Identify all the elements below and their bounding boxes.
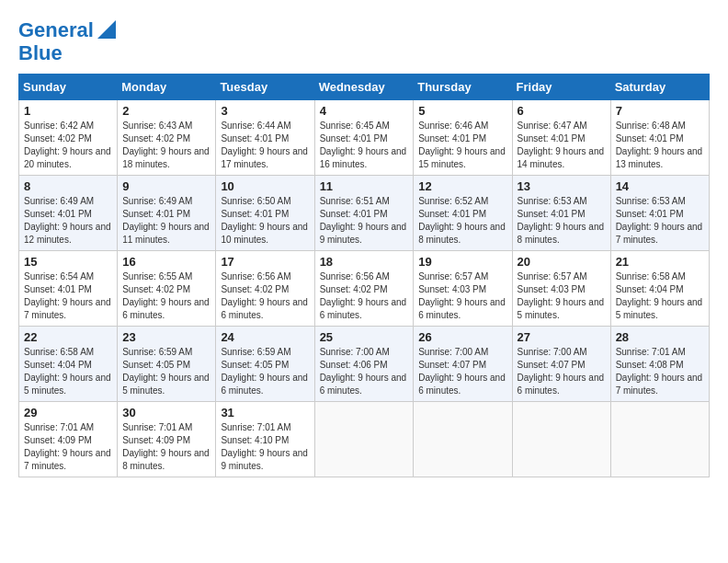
- day-number: 5: [418, 104, 506, 118]
- logo-icon: [97, 20, 116, 39]
- day-info: Sunrise: 7:00 AMSunset: 4:07 PMDaylight:…: [518, 346, 606, 397]
- calendar-day: 12Sunrise: 6:52 AMSunset: 4:01 PMDayligh…: [414, 176, 512, 251]
- calendar-day: 29Sunrise: 7:01 AMSunset: 4:09 PMDayligh…: [19, 402, 118, 477]
- calendar-day: 24Sunrise: 6:59 AMSunset: 4:05 PMDayligh…: [216, 327, 314, 402]
- day-number: 8: [24, 179, 112, 193]
- day-info: Sunrise: 6:50 AMSunset: 4:01 PMDaylight:…: [221, 195, 309, 247]
- calendar-day: 21Sunrise: 6:58 AMSunset: 4:04 PMDayligh…: [610, 251, 709, 327]
- day-number: 25: [320, 330, 409, 344]
- calendar-day: 6Sunrise: 6:47 AMSunset: 4:01 PMDaylight…: [512, 100, 610, 176]
- day-number: 29: [24, 406, 112, 419]
- empty-cell: [314, 402, 414, 477]
- calendar-day: 2Sunrise: 6:43 AMSunset: 4:02 PMDaylight…: [118, 100, 216, 176]
- calendar: SundayMondayTuesdayWednesdayThursdayFrid…: [18, 74, 710, 477]
- day-info: Sunrise: 6:52 AMSunset: 4:01 PMDaylight:…: [418, 195, 506, 247]
- day-number: 20: [518, 255, 606, 269]
- day-info: Sunrise: 6:59 AMSunset: 4:05 PMDaylight:…: [122, 346, 210, 397]
- calendar-day: 27Sunrise: 7:00 AMSunset: 4:07 PMDayligh…: [512, 327, 610, 402]
- day-info: Sunrise: 6:42 AMSunset: 4:02 PMDaylight:…: [24, 120, 112, 171]
- day-info: Sunrise: 6:45 AMSunset: 4:01 PMDaylight:…: [320, 120, 409, 171]
- day-number: 13: [518, 179, 606, 193]
- day-number: 14: [616, 179, 704, 193]
- day-info: Sunrise: 6:48 AMSunset: 4:01 PMDaylight:…: [616, 120, 704, 171]
- day-info: Sunrise: 6:49 AMSunset: 4:01 PMDaylight:…: [122, 195, 210, 247]
- day-number: 15: [24, 255, 112, 269]
- day-number: 30: [122, 406, 210, 419]
- page-header: General Blue: [18, 18, 710, 64]
- calendar-day: 18Sunrise: 6:56 AMSunset: 4:02 PMDayligh…: [314, 251, 414, 327]
- day-header: Thursday: [414, 75, 512, 100]
- calendar-day: 9Sunrise: 6:49 AMSunset: 4:01 PMDaylight…: [118, 176, 216, 251]
- day-number: 23: [122, 330, 210, 344]
- day-info: Sunrise: 6:43 AMSunset: 4:02 PMDaylight:…: [122, 120, 210, 171]
- day-info: Sunrise: 6:44 AMSunset: 4:01 PMDaylight:…: [221, 120, 309, 171]
- empty-cell: [512, 402, 610, 477]
- day-info: Sunrise: 6:59 AMSunset: 4:05 PMDaylight:…: [221, 346, 309, 397]
- day-number: 12: [418, 179, 506, 193]
- day-header: Friday: [512, 75, 610, 100]
- calendar-day: 5Sunrise: 6:46 AMSunset: 4:01 PMDaylight…: [414, 100, 512, 176]
- calendar-day: 28Sunrise: 7:01 AMSunset: 4:08 PMDayligh…: [610, 327, 709, 402]
- day-number: 22: [24, 330, 112, 344]
- day-info: Sunrise: 7:01 AMSunset: 4:09 PMDaylight:…: [122, 421, 210, 473]
- calendar-day: 20Sunrise: 6:57 AMSunset: 4:03 PMDayligh…: [512, 251, 610, 327]
- calendar-day: 17Sunrise: 6:56 AMSunset: 4:02 PMDayligh…: [216, 251, 314, 327]
- calendar-day: 3Sunrise: 6:44 AMSunset: 4:01 PMDaylight…: [216, 100, 314, 176]
- logo: General Blue: [18, 18, 116, 64]
- logo-text-blue: Blue: [18, 42, 63, 64]
- day-number: 24: [221, 330, 309, 344]
- day-info: Sunrise: 6:55 AMSunset: 4:02 PMDaylight:…: [122, 270, 210, 322]
- day-info: Sunrise: 6:56 AMSunset: 4:02 PMDaylight:…: [320, 270, 409, 322]
- day-number: 7: [616, 104, 704, 118]
- day-info: Sunrise: 7:00 AMSunset: 4:06 PMDaylight:…: [320, 346, 409, 397]
- day-info: Sunrise: 6:49 AMSunset: 4:01 PMDaylight:…: [24, 195, 112, 247]
- day-info: Sunrise: 7:01 AMSunset: 4:10 PMDaylight:…: [221, 421, 309, 473]
- day-number: 16: [122, 255, 210, 269]
- day-header: Sunday: [19, 75, 118, 100]
- day-number: 1: [24, 104, 112, 118]
- day-number: 17: [221, 255, 309, 269]
- day-info: Sunrise: 6:51 AMSunset: 4:01 PMDaylight:…: [320, 195, 409, 247]
- calendar-day: 7Sunrise: 6:48 AMSunset: 4:01 PMDaylight…: [610, 100, 709, 176]
- day-number: 26: [418, 330, 506, 344]
- calendar-header: SundayMondayTuesdayWednesdayThursdayFrid…: [19, 75, 710, 100]
- day-info: Sunrise: 6:57 AMSunset: 4:03 PMDaylight:…: [518, 270, 606, 322]
- day-header: Tuesday: [216, 75, 314, 100]
- day-number: 11: [320, 179, 409, 193]
- day-number: 4: [320, 104, 409, 118]
- day-number: 10: [221, 179, 309, 193]
- calendar-day: 23Sunrise: 6:59 AMSunset: 4:05 PMDayligh…: [118, 327, 216, 402]
- day-number: 31: [221, 406, 309, 419]
- day-number: 21: [616, 255, 704, 269]
- calendar-week: 29Sunrise: 7:01 AMSunset: 4:09 PMDayligh…: [19, 402, 710, 477]
- calendar-week: 8Sunrise: 6:49 AMSunset: 4:01 PMDaylight…: [19, 176, 710, 251]
- day-number: 19: [418, 255, 506, 269]
- day-number: 9: [122, 179, 210, 193]
- calendar-day: 31Sunrise: 7:01 AMSunset: 4:10 PMDayligh…: [216, 402, 314, 477]
- day-info: Sunrise: 6:54 AMSunset: 4:01 PMDaylight:…: [24, 270, 112, 322]
- day-info: Sunrise: 7:01 AMSunset: 4:09 PMDaylight:…: [24, 421, 112, 473]
- calendar-day: 13Sunrise: 6:53 AMSunset: 4:01 PMDayligh…: [512, 176, 610, 251]
- calendar-body: 1Sunrise: 6:42 AMSunset: 4:02 PMDaylight…: [19, 100, 710, 477]
- calendar-day: 11Sunrise: 6:51 AMSunset: 4:01 PMDayligh…: [314, 176, 414, 251]
- day-info: Sunrise: 7:01 AMSunset: 4:08 PMDaylight:…: [616, 346, 704, 397]
- day-info: Sunrise: 7:00 AMSunset: 4:07 PMDaylight:…: [418, 346, 506, 397]
- logo-text: General: [18, 19, 94, 41]
- calendar-day: 1Sunrise: 6:42 AMSunset: 4:02 PMDaylight…: [19, 100, 118, 176]
- day-header: Wednesday: [314, 75, 414, 100]
- calendar-day: 19Sunrise: 6:57 AMSunset: 4:03 PMDayligh…: [414, 251, 512, 327]
- day-info: Sunrise: 6:58 AMSunset: 4:04 PMDaylight:…: [24, 346, 112, 397]
- calendar-week: 1Sunrise: 6:42 AMSunset: 4:02 PMDaylight…: [19, 100, 710, 176]
- calendar-day: 22Sunrise: 6:58 AMSunset: 4:04 PMDayligh…: [19, 327, 118, 402]
- day-header: Saturday: [610, 75, 709, 100]
- calendar-day: 14Sunrise: 6:53 AMSunset: 4:01 PMDayligh…: [610, 176, 709, 251]
- calendar-day: 26Sunrise: 7:00 AMSunset: 4:07 PMDayligh…: [414, 327, 512, 402]
- svg-marker-0: [97, 20, 116, 39]
- day-number: 27: [518, 330, 606, 344]
- day-info: Sunrise: 6:53 AMSunset: 4:01 PMDaylight:…: [616, 195, 704, 247]
- day-number: 3: [221, 104, 309, 118]
- calendar-day: 10Sunrise: 6:50 AMSunset: 4:01 PMDayligh…: [216, 176, 314, 251]
- day-number: 6: [518, 104, 606, 118]
- empty-cell: [414, 402, 512, 477]
- day-info: Sunrise: 6:53 AMSunset: 4:01 PMDaylight:…: [518, 195, 606, 247]
